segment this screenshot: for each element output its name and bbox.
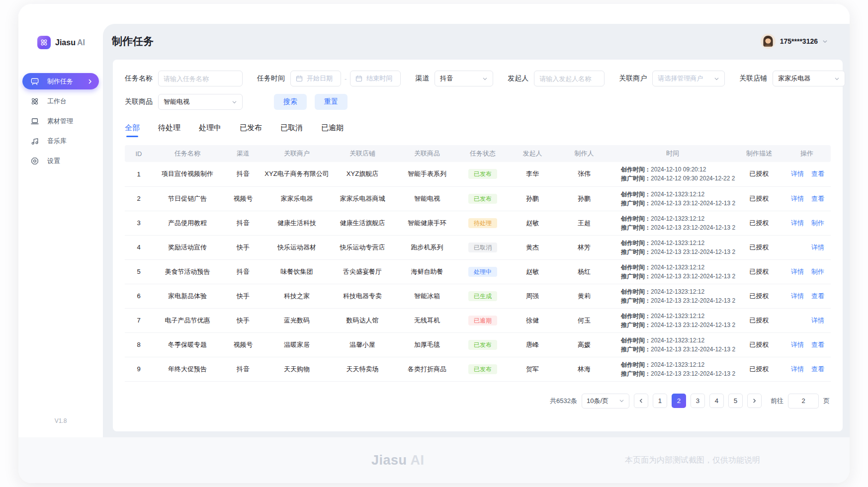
filter-product: 关联商品 智能电视 bbox=[125, 94, 243, 110]
op-detail[interactable]: 详情 bbox=[791, 170, 804, 177]
op-view[interactable]: 查看 bbox=[811, 365, 824, 373]
initiator-input[interactable] bbox=[534, 71, 605, 86]
cell-initiator: 赵敏 bbox=[507, 211, 558, 235]
page-button-3[interactable]: 3 bbox=[691, 394, 705, 408]
cell-producer: 黄莉 bbox=[558, 284, 610, 308]
cell-time: 创作时间：2024-12-1323:12:12推广时间：2024-12-13 2… bbox=[610, 235, 735, 259]
filter-initiator: 发起人 bbox=[508, 71, 605, 86]
page-button-2[interactable]: 2 bbox=[672, 394, 686, 408]
op-detail[interactable]: 详情 bbox=[791, 292, 804, 300]
table-row: 6家电新品体验快手科技之家科技电器专卖智能冰箱已生成周强黄莉创作时间：2024-… bbox=[125, 284, 831, 308]
op-detail[interactable]: 详情 bbox=[791, 268, 804, 275]
column-header: 制作人 bbox=[558, 145, 610, 162]
filter-row-2: 关联商品 智能电视 搜索 重置 bbox=[125, 94, 831, 110]
cell-product: 无线耳机 bbox=[395, 308, 459, 332]
op-produce[interactable]: 制作 bbox=[811, 268, 824, 275]
sidebar-item-0[interactable]: 制作任务 bbox=[22, 73, 99, 89]
op-detail[interactable]: 详情 bbox=[791, 341, 804, 348]
op-view[interactable]: 查看 bbox=[811, 170, 824, 177]
sidebar-item-2[interactable]: 素材管理 bbox=[22, 113, 99, 129]
op-view[interactable]: 查看 bbox=[811, 292, 824, 300]
cell-id: 1 bbox=[125, 162, 153, 186]
cell-store: 健康生活旗舰店 bbox=[330, 211, 395, 235]
merchant-placeholder: 请选择管理商户 bbox=[658, 74, 703, 83]
filter-tab-5[interactable]: 已逾期 bbox=[321, 123, 344, 137]
cell-operations: 详情 bbox=[783, 308, 831, 332]
filter-tab-2[interactable]: 处理中 bbox=[199, 123, 221, 137]
task-name-input[interactable] bbox=[158, 71, 243, 86]
sidebar-nav: 制作任务工作台素材管理音乐库设置 bbox=[18, 73, 103, 169]
cell-channel: 快手 bbox=[222, 284, 264, 308]
cell-merchant: 天天购物 bbox=[264, 357, 330, 381]
page-header: 制作任务 175****3126 bbox=[103, 24, 850, 59]
op-detail[interactable]: 详情 bbox=[791, 219, 804, 227]
reset-button[interactable]: 重置 bbox=[315, 94, 347, 110]
cell-desc: 已授权 bbox=[735, 284, 783, 308]
app-body: JiasuAI 制作任务工作台素材管理音乐库设置 V1.8 制作任务 bbox=[18, 4, 850, 437]
cell-merchant: 温暖家居 bbox=[264, 332, 330, 357]
user-menu[interactable]: 175****3126 bbox=[761, 34, 828, 49]
channel-select[interactable]: 抖音 bbox=[434, 71, 493, 86]
start-date-input[interactable]: 开始日期 bbox=[290, 71, 341, 86]
store-value: 家家乐电器 bbox=[778, 74, 810, 83]
column-header: 关联商品 bbox=[395, 145, 459, 162]
op-detail[interactable]: 详情 bbox=[811, 317, 824, 324]
app-version: V1.8 bbox=[18, 417, 103, 424]
page-button-4[interactable]: 4 bbox=[709, 394, 724, 408]
cell-initiator: 黄杰 bbox=[507, 235, 558, 259]
op-detail[interactable]: 详情 bbox=[791, 195, 804, 202]
cell-merchant: 蓝光数码 bbox=[264, 308, 330, 332]
goto-page-input[interactable] bbox=[788, 394, 819, 408]
cell-task-name: 奖励活动宣传 bbox=[153, 235, 222, 259]
op-view[interactable]: 查看 bbox=[811, 195, 824, 202]
sidebar-item-4[interactable]: 设置 bbox=[22, 153, 99, 169]
filter-tab-3[interactable]: 已发布 bbox=[240, 123, 262, 137]
cell-desc: 已授权 bbox=[735, 332, 783, 357]
op-detail[interactable]: 详情 bbox=[811, 244, 824, 251]
cell-store: 快乐运动专营店 bbox=[330, 235, 395, 259]
cell-status: 已发布 bbox=[459, 332, 507, 357]
channel-label: 渠道 bbox=[415, 74, 429, 83]
next-page-button[interactable] bbox=[747, 394, 762, 408]
cell-store: XYZ旗舰店 bbox=[330, 162, 395, 186]
table-row: 7电子产品节优惠快手蓝光数码数码达人馆无线耳机已逾期徐健何玉创作时间：2024-… bbox=[125, 308, 831, 332]
chevron-down-icon bbox=[714, 76, 719, 81]
cell-initiator: 贺军 bbox=[507, 357, 558, 381]
cell-channel: 抖音 bbox=[222, 259, 264, 284]
page-size-select[interactable]: 10条/页 bbox=[582, 394, 629, 408]
brand-logo-icon bbox=[37, 36, 51, 49]
cell-producer: 林芳 bbox=[558, 235, 610, 259]
prev-page-button[interactable] bbox=[634, 394, 648, 408]
filter-store: 关联店铺 家家乐电器 bbox=[739, 71, 845, 86]
table-header-row: ID任务名称渠道关联商户关联店铺关联商品任务状态发起人制作人时间制作描述操作 bbox=[125, 145, 831, 162]
end-date-input[interactable]: 结束时间 bbox=[350, 71, 401, 86]
op-produce[interactable]: 制作 bbox=[811, 219, 824, 227]
filter-tab-1[interactable]: 待处理 bbox=[158, 123, 180, 137]
search-button[interactable]: 搜索 bbox=[274, 94, 307, 110]
merchant-label: 关联商户 bbox=[619, 74, 647, 83]
end-date-placeholder: 结束时间 bbox=[366, 74, 392, 83]
cell-status: 已生成 bbox=[459, 284, 507, 308]
sidebar-item-1[interactable]: 工作台 bbox=[22, 93, 99, 109]
page-button-5[interactable]: 5 bbox=[728, 394, 743, 408]
filter-tab-0[interactable]: 全部 bbox=[125, 123, 140, 137]
cell-operations: 详情制作 bbox=[783, 259, 831, 284]
sidebar-item-label: 制作任务 bbox=[47, 77, 87, 86]
product-select[interactable]: 智能电视 bbox=[158, 94, 243, 110]
page-title: 制作任务 bbox=[112, 34, 154, 48]
cell-store: 温馨小屋 bbox=[330, 332, 395, 357]
laptop-icon bbox=[30, 117, 39, 126]
merchant-select[interactable]: 请选择管理商户 bbox=[652, 71, 725, 86]
status-badge: 待处理 bbox=[468, 218, 497, 228]
cell-initiator: 徐健 bbox=[507, 308, 558, 332]
cell-merchant: 味餐饮集团 bbox=[264, 259, 330, 284]
page-button-1[interactable]: 1 bbox=[653, 394, 667, 408]
store-select[interactable]: 家家乐电器 bbox=[773, 71, 845, 86]
op-view[interactable]: 查看 bbox=[811, 341, 824, 348]
sidebar-item-3[interactable]: 音乐库 bbox=[22, 133, 99, 149]
op-detail[interactable]: 详情 bbox=[791, 365, 804, 373]
cell-operations: 详情查看 bbox=[783, 332, 831, 357]
page-size-value: 10条/页 bbox=[587, 397, 608, 406]
cell-status: 已发布 bbox=[459, 357, 507, 381]
filter-tab-4[interactable]: 已取消 bbox=[280, 123, 303, 137]
